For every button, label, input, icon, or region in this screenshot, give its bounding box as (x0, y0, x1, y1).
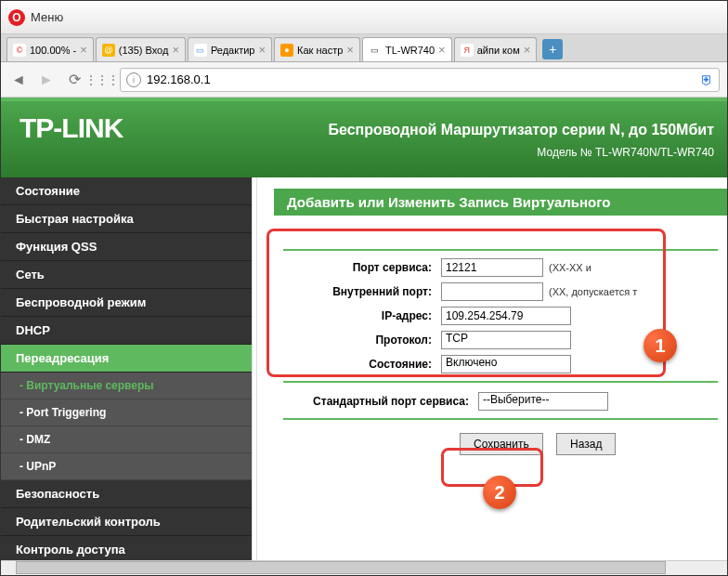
browser-tab[interactable]: ▭Редактир× (188, 37, 272, 61)
tab-favicon: © (13, 44, 26, 57)
close-icon[interactable]: × (346, 43, 354, 57)
close-icon[interactable]: × (438, 43, 446, 57)
tab-label: Редактир (211, 45, 255, 56)
sidebar-item[interactable]: Функция QSS (1, 233, 252, 261)
browser-titlebar: O Меню (1, 1, 727, 34)
protocol-label: Протокол: (283, 334, 441, 347)
close-icon[interactable]: × (258, 43, 266, 57)
tab-strip: ©100.00% -×@(135) Вход×▭Редактир×●Как на… (1, 34, 727, 62)
browser-toolbar: ◄ ► ⟳ ⋮⋮⋮ i ⛨ (1, 62, 727, 98)
tab-favicon: ▭ (194, 44, 207, 57)
browser-tab[interactable]: ©100.00% -× (6, 37, 94, 61)
new-tab-button[interactable]: + (542, 39, 563, 59)
horizontal-scrollbar[interactable] (1, 560, 727, 575)
close-icon[interactable]: × (80, 43, 87, 57)
tab-label: Как настр (297, 45, 343, 56)
browser-tab[interactable]: Яайпи ком× (454, 37, 538, 61)
sidebar-subitem[interactable]: - UPnP (1, 453, 252, 480)
protocol-select[interactable]: TCP (441, 331, 571, 349)
common-port-select[interactable]: --Выберите-- (478, 392, 608, 411)
save-button[interactable]: Сохранить (460, 433, 543, 455)
sidebar-item[interactable]: Родительский контроль (1, 508, 252, 536)
sidebar-item[interactable]: Беспроводной режим (1, 289, 252, 317)
scrollbar-thumb[interactable] (16, 561, 666, 574)
sidebar-item[interactable]: Состояние (1, 177, 252, 205)
internal-port-input[interactable] (441, 282, 543, 301)
browser-tab[interactable]: @(135) Вход× (96, 37, 186, 61)
sidebar-subitem[interactable]: - Виртуальные серверы (1, 373, 252, 399)
tab-label: 100.00% - (30, 45, 76, 56)
sidebar-subitem[interactable]: - Port Triggering (1, 399, 252, 426)
sidebar: СостояниеБыстрая настройкаФункция QSSСет… (1, 177, 252, 576)
sidebar-item[interactable]: DHCP (1, 317, 252, 345)
browser-tab[interactable]: ▭TL-WR740× (362, 37, 452, 61)
tab-favicon: ● (280, 44, 293, 57)
ip-address-label: IP-адрес: (283, 309, 441, 322)
router-model: Модель № TL-WR740N/TL-WR740 (537, 146, 714, 159)
back-button-form[interactable]: Назад (556, 433, 616, 455)
internal-port-hint: (XX, допускается т (549, 286, 637, 297)
back-button[interactable]: ◄ (8, 70, 29, 90)
sidebar-item[interactable]: Безопасность (1, 480, 252, 508)
speed-dial-icon[interactable]: ⋮⋮⋮ (92, 70, 112, 90)
service-port-label: Порт сервиса: (283, 261, 441, 274)
sidebar-item[interactable]: Сеть (1, 261, 252, 289)
tab-favicon: Я (461, 44, 474, 57)
ip-address-input[interactable] (441, 307, 571, 325)
close-icon[interactable]: × (172, 43, 179, 57)
router-title: Беспроводной Маршрутизатор серии N, до 1… (328, 122, 714, 138)
tab-favicon: ▭ (369, 44, 382, 57)
status-select[interactable]: Включено (441, 355, 571, 373)
router-body: СостояниеБыстрая настройкаФункция QSSСет… (1, 177, 727, 576)
service-port-input[interactable] (441, 258, 543, 277)
menu-button[interactable]: Меню (31, 10, 63, 24)
sidebar-item[interactable]: Быстрая настройка (1, 205, 252, 233)
service-port-hint: (XX-XX и (549, 262, 592, 273)
tab-label: TL-WR740 (385, 45, 435, 56)
annotation-badge-2: 2 (483, 476, 516, 509)
sidebar-subitem[interactable]: - DMZ (1, 426, 252, 453)
globe-icon: i (126, 72, 141, 87)
content-panel: Добавить или Изменить Запись Виртуальног… (257, 177, 727, 576)
form-area: 1 Порт сервиса: (XX-XX и Внутренний порт… (274, 229, 727, 465)
address-bar[interactable]: i ⛨ (120, 68, 720, 92)
forward-button[interactable]: ► (36, 70, 57, 90)
internal-port-label: Внутренний порт: (283, 285, 441, 298)
shield-icon[interactable]: ⛨ (700, 72, 713, 87)
browser-tab[interactable]: ●Как настр× (274, 37, 360, 61)
tab-favicon: @ (102, 44, 115, 57)
router-header: TP-LINK Беспроводной Маршрутизатор серии… (1, 98, 727, 177)
close-icon[interactable]: × (524, 43, 531, 57)
tab-label: айпи ком (477, 45, 520, 56)
page-viewport: TP-LINK Беспроводной Маршрутизатор серии… (1, 98, 727, 576)
tab-label: (135) Вход (119, 45, 169, 56)
sidebar-item[interactable]: Переадресация (1, 345, 252, 373)
status-label: Состояние: (283, 358, 441, 371)
opera-icon: O (8, 9, 25, 26)
annotation-badge-1: 1 (644, 329, 677, 362)
page-title: Добавить или Изменить Запись Виртуальног… (274, 189, 727, 216)
common-port-label: Стандартный порт сервиса: (283, 395, 478, 408)
reload-button[interactable]: ⟳ (64, 70, 84, 90)
url-input[interactable] (147, 72, 700, 86)
